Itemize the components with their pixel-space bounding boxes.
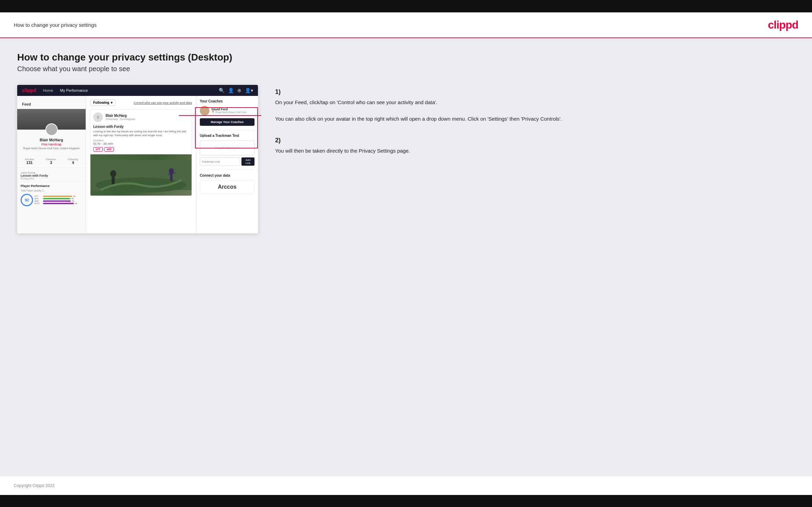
control-link[interactable]: Control who can see your activity and da… bbox=[133, 101, 192, 104]
bar-app-label: APP bbox=[34, 198, 42, 200]
app-mockup: clippd Home My Performance 🔍 👤 ⊕ 👤▾ Feed bbox=[17, 85, 258, 233]
instruction-1-number: 1) bbox=[275, 88, 795, 96]
app-right-panel: Your Coaches David Ford 📍 Royal North De… bbox=[196, 96, 258, 233]
latest-activity: Latest Activity Lesson with Fordy 03 Aug… bbox=[17, 169, 86, 182]
following-button[interactable]: Following ▾ bbox=[90, 99, 116, 106]
profile-name: Blair McHarg bbox=[21, 138, 82, 142]
coach-row: David Ford 📍 Royal North Devon Golf Club bbox=[200, 106, 255, 115]
stat-activities-label: Activities bbox=[25, 158, 34, 161]
quality-label: Total Player Quality ⓘ bbox=[21, 189, 82, 192]
copyright-text: Copyright Clippd 2022 bbox=[14, 483, 55, 488]
tag-app: APP bbox=[104, 147, 114, 152]
avatar-icon[interactable]: 👤▾ bbox=[245, 88, 253, 93]
breadcrumb: How to change your privacy settings bbox=[14, 22, 97, 28]
stat-activities-value: 131 bbox=[25, 161, 34, 165]
profile-banner bbox=[17, 109, 86, 130]
bar-arg: ARG 86 bbox=[34, 200, 82, 202]
instruction-2: 2) You will then be taken directly to th… bbox=[275, 137, 795, 155]
post-image bbox=[90, 154, 192, 196]
pin-icon: 📍 bbox=[212, 111, 215, 113]
trackman-section: Upload a Trackman Test Trackman Link Add… bbox=[200, 130, 255, 166]
duration-value: 01 hr : 30 min bbox=[93, 142, 113, 145]
connect-title: Connect your data bbox=[200, 174, 255, 177]
app-logo-icon: clippd bbox=[22, 88, 36, 93]
instruction-2-number: 2) bbox=[275, 137, 795, 144]
app-mockup-wrapper: clippd Home My Performance 🔍 👤 ⊕ 👤▾ Feed bbox=[17, 85, 258, 233]
bar-arg-bar bbox=[43, 200, 71, 202]
svg-rect-3 bbox=[112, 177, 115, 185]
bar-ott-bar bbox=[43, 196, 72, 197]
player-performance: Player Performance Total Player Quality … bbox=[17, 182, 86, 208]
page-title: How to change your privacy settings (Des… bbox=[17, 52, 795, 63]
manage-coaches-button[interactable]: Manage Your Coaches bbox=[200, 118, 255, 126]
app-feed: Following ▾ Control who can see your act… bbox=[86, 96, 196, 233]
site-header: How to change your privacy settings clip… bbox=[0, 12, 812, 38]
duration-label: Duration bbox=[93, 139, 104, 142]
bar-arg-val: 86 bbox=[72, 200, 74, 202]
svg-point-4 bbox=[169, 168, 174, 175]
app-sidebar: Feed Blair McHarg Plus Handicap Royal No… bbox=[17, 96, 86, 233]
feed-header: Following ▾ Control who can see your act… bbox=[90, 99, 192, 106]
search-icon[interactable]: 🔍 bbox=[219, 88, 225, 93]
top-bar bbox=[0, 0, 812, 12]
arccos-logo: Arccos bbox=[200, 180, 255, 194]
bar-app-val: 85 bbox=[72, 198, 74, 200]
plus-icon[interactable]: ⊕ bbox=[237, 88, 241, 93]
coaches-section: Your Coaches David Ford 📍 Royal North De… bbox=[200, 99, 255, 126]
stat-following-label: Following bbox=[68, 158, 78, 161]
connect-data-section: Connect your data Arccos bbox=[200, 170, 255, 194]
nav-home[interactable]: Home bbox=[43, 88, 53, 92]
svg-point-2 bbox=[110, 170, 116, 177]
following-chevron-icon: ▾ bbox=[111, 101, 112, 104]
svg-point-1 bbox=[96, 178, 187, 193]
quality-bars: OTT 90 APP 85 bbox=[34, 195, 82, 205]
content-layout: clippd Home My Performance 🔍 👤 ⊕ 👤▾ Feed bbox=[17, 85, 795, 233]
bar-ott-label: OTT bbox=[34, 195, 42, 197]
stat-followers: Followers 3 bbox=[46, 158, 56, 165]
bar-putt-bar bbox=[43, 203, 74, 204]
latest-date: 03 Aug 2022 bbox=[21, 177, 82, 180]
user-icon[interactable]: 👤 bbox=[228, 88, 234, 93]
profile-club: Royal North Devon Golf Club, United King… bbox=[21, 147, 82, 150]
post-duration: Duration 01 hr : 30 min bbox=[93, 139, 189, 145]
instruction-1-text: On your Feed, click/tap on 'Control who … bbox=[275, 98, 795, 123]
svg-line-6 bbox=[167, 173, 176, 175]
bottom-bar bbox=[0, 495, 812, 507]
instruction-2-text: You will then be taken directly to the P… bbox=[275, 147, 795, 155]
bar-ott-val: 90 bbox=[73, 195, 76, 197]
trackman-title: Upload a Trackman Test bbox=[200, 134, 255, 137]
page-subtitle: Choose what you want people to see bbox=[17, 65, 795, 73]
coach-info: David Ford 📍 Royal North Devon Golf Club bbox=[212, 108, 246, 114]
post-image-svg bbox=[90, 154, 192, 196]
instruction-1: 1) On your Feed, click/tap on 'Control w… bbox=[275, 88, 795, 123]
stat-following: Following 4 bbox=[68, 158, 78, 165]
bar-putt: PUTT 96 bbox=[34, 202, 82, 205]
coach-name: David Ford bbox=[212, 108, 246, 111]
bar-app-bar bbox=[43, 198, 71, 199]
stat-following-value: 4 bbox=[68, 161, 78, 165]
feed-tab[interactable]: Feed bbox=[17, 99, 86, 109]
post-card: B Blair McHarg Yesterday · Sunningdale L… bbox=[90, 109, 192, 196]
site-footer: Copyright Clippd 2022 bbox=[0, 476, 812, 495]
clippd-logo: clippd bbox=[768, 19, 798, 31]
post-header: B Blair McHarg Yesterday · Sunningdale bbox=[90, 110, 192, 125]
bar-arg-label: ARG bbox=[34, 200, 42, 202]
tag-ott: OTT bbox=[93, 147, 103, 152]
stat-activities: Activities 131 bbox=[25, 158, 34, 165]
trackman-input[interactable] bbox=[200, 157, 240, 166]
perf-title: Player Performance bbox=[21, 184, 82, 188]
coach-avatar bbox=[200, 106, 209, 115]
bar-app: APP 85 bbox=[34, 198, 82, 200]
bar-putt-val: 96 bbox=[75, 202, 77, 205]
add-link-button[interactable]: Add Link bbox=[241, 157, 255, 166]
svg-rect-5 bbox=[170, 174, 173, 181]
app-nav-right: 🔍 👤 ⊕ 👤▾ bbox=[219, 88, 253, 93]
post-body: Looking to feel like my hands are exitin… bbox=[93, 130, 189, 137]
nav-my-performance[interactable]: My Performance bbox=[60, 88, 88, 92]
coach-club: 📍 Royal North Devon Golf Club bbox=[212, 111, 246, 114]
profile-stats: Activities 131 Followers 3 Following 4 bbox=[17, 155, 86, 168]
main-content: How to change your privacy settings (Des… bbox=[0, 38, 812, 476]
post-title: Lesson with Fordy bbox=[93, 125, 189, 129]
post-author-name: Blair McHarg bbox=[106, 114, 135, 118]
trackman-placeholder: Trackman Link bbox=[200, 140, 255, 155]
